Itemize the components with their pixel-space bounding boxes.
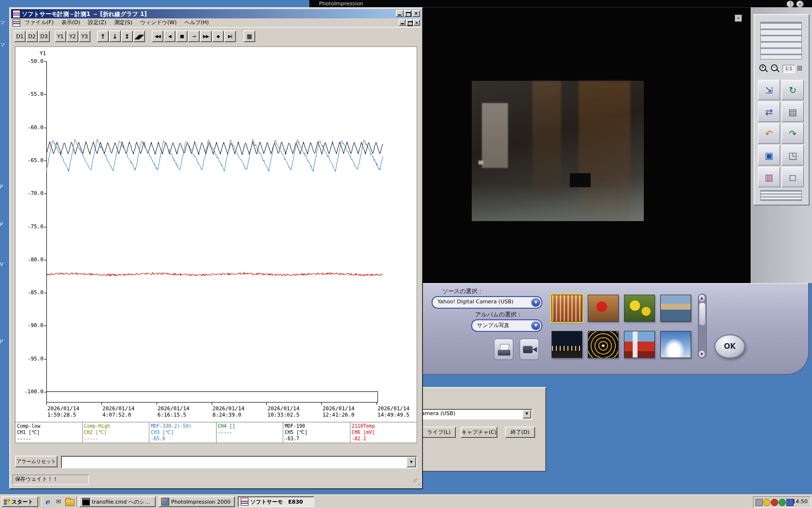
- thumbnail-yellow-flower[interactable]: [624, 295, 655, 322]
- toolbar-nav-button[interactable]: ↓: [109, 30, 121, 42]
- scrollbar-thumb[interactable]: [699, 302, 706, 326]
- menu-item[interactable]: ヘルプ(H): [180, 18, 213, 27]
- scanner-source-button[interactable]: [494, 339, 513, 360]
- mdi-minimize-button[interactable]: [399, 19, 406, 26]
- mdi-child-icon[interactable]: [13, 19, 20, 27]
- channel-cell[interactable]: 2110Temp CH6 [mV] -82.1: [350, 422, 417, 443]
- toolbar-d-button[interactable]: D1: [14, 30, 26, 42]
- channel-cell[interactable]: CH4 [] -----: [217, 422, 284, 443]
- camera-select-dropdown[interactable]: amera (USB) ▼: [419, 409, 532, 419]
- photo-preview[interactable]: [472, 81, 644, 221]
- zoom-out-icon[interactable]: −: [770, 63, 780, 73]
- ok-button[interactable]: OK: [714, 334, 745, 359]
- quicklaunch-ie-icon[interactable]: e: [43, 497, 52, 507]
- desktop-icon-label[interactable]: P: [0, 184, 3, 190]
- tray-icon-4[interactable]: [779, 499, 786, 506]
- toolbar-media-button[interactable]: ◆: [212, 30, 224, 42]
- menu-item[interactable]: 表示(D): [58, 18, 84, 27]
- toolbar-media-button[interactable]: ◀◀: [152, 30, 163, 42]
- resize-grip[interactable]: [413, 478, 420, 485]
- capture-button[interactable]: キャプチャ(C): [461, 427, 497, 438]
- channel-cell[interactable]: Comp-low CH1 [℃] -----: [15, 422, 83, 443]
- alarm-reset-button[interactable]: アラームリセット: [15, 456, 58, 467]
- menu-item[interactable]: ウィンドウ(W): [136, 18, 181, 27]
- pi-tool-button[interactable]: ↻: [782, 80, 804, 100]
- toolbar-media-button[interactable]: ■: [176, 30, 188, 42]
- zoom-page-icon[interactable]: ▤: [797, 64, 802, 71]
- pi-tool-button[interactable]: ▥: [758, 167, 780, 187]
- pi-tool-button[interactable]: ◻: [782, 167, 804, 187]
- toolbar-y-button[interactable]: Y1: [55, 30, 66, 42]
- thumbnail-night-city[interactable]: [551, 331, 582, 358]
- zoom-in-icon[interactable]: +: [758, 63, 768, 73]
- thumbnail-ship[interactable]: [624, 331, 655, 358]
- menu-item[interactable]: ファイル(F): [21, 18, 58, 27]
- thumbnail-harbor[interactable]: [660, 295, 691, 322]
- toolbar-d-button[interactable]: D3: [38, 30, 50, 42]
- desktop-icon-label[interactable]: マ: [0, 42, 5, 49]
- pi-tool-button[interactable]: ↷: [782, 123, 804, 144]
- thumbnail-sky-clouds[interactable]: [660, 331, 691, 358]
- taskbar-task-photoimpression[interactable]: PhotoImpression 2000: [159, 496, 235, 507]
- window-titlebar[interactable]: ソフトサーモ計測－計測1 － [折れ線グラフ 1] ×: [11, 9, 421, 18]
- dropdown-arrow-icon[interactable]: ▼: [406, 457, 416, 467]
- toolbar-nav-button[interactable]: ↑: [97, 30, 109, 42]
- pi-tool-button[interactable]: ▤: [782, 102, 804, 122]
- pi-help-button[interactable]: ?: [786, 0, 794, 8]
- dropdown-arrow-icon[interactable]: ▼: [531, 321, 540, 330]
- channel-cell[interactable]: Comp-High CH2 [℃] -----: [83, 422, 150, 443]
- restore-button[interactable]: [404, 10, 412, 17]
- close-button[interactable]: ×: [412, 10, 420, 17]
- taskbar-task-softthermo[interactable]: ソフトサーモ E830: [238, 496, 314, 507]
- menu-item[interactable]: 測定(S): [110, 18, 136, 27]
- pi-close-button[interactable]: ×: [796, 0, 804, 8]
- thumbnail-scrollbar[interactable]: ▲ ▼: [698, 294, 707, 359]
- channel-cell[interactable]: MDF-190 CH5 [℃] -63.7: [283, 422, 350, 443]
- pi-tool-button[interactable]: ◳: [782, 145, 804, 165]
- tray-icon-1[interactable]: [755, 499, 763, 506]
- desktop-icon-label[interactable]: V: [0, 261, 4, 268]
- toolbar-nav-button[interactable]: ◢◤: [133, 30, 145, 42]
- alarm-combobox[interactable]: ▼: [61, 456, 417, 468]
- exit-button[interactable]: 終了(D): [505, 427, 535, 438]
- scroll-down-arrow-icon[interactable]: ▼: [699, 351, 705, 358]
- start-button[interactable]: スタート: [1, 496, 38, 507]
- toolbar-table-button[interactable]: ▦: [244, 30, 255, 42]
- toolbar-nav-button[interactable]: ↕: [121, 30, 133, 42]
- quicklaunch-folder-icon[interactable]: [65, 499, 74, 506]
- thumbnail-light-trails[interactable]: [588, 331, 619, 358]
- pi-tool-button[interactable]: ⇄: [758, 102, 780, 122]
- canvas-close-icon[interactable]: ×: [735, 15, 742, 22]
- mdi-restore-button[interactable]: [406, 19, 413, 26]
- dropdown-arrow-icon[interactable]: ▼: [531, 298, 540, 307]
- scroll-up-arrow-icon[interactable]: ▲: [699, 295, 705, 301]
- source-select-dropdown[interactable]: Yahoo! Digital Camera (USB) ▼: [432, 296, 542, 309]
- toolbar-y-button[interactable]: Y3: [79, 30, 90, 42]
- album-select-dropdown[interactable]: サンプル写真 ▼: [471, 319, 542, 332]
- desktop-icon-label[interactable]: P: [0, 339, 3, 345]
- thumbnail-cardinal-bird[interactable]: [588, 295, 619, 322]
- x-scroll-box[interactable]: [46, 391, 378, 403]
- minimize-button[interactable]: [396, 10, 404, 17]
- live-button[interactable]: ライブ(L): [422, 427, 456, 438]
- toolbar-d-button[interactable]: D2: [26, 30, 38, 42]
- quicklaunch-mail-icon[interactable]: ✉: [54, 497, 63, 507]
- pi-tool-button[interactable]: ⇲: [758, 80, 780, 100]
- toolbar-media-button[interactable]: ▶▶: [200, 30, 212, 42]
- menu-item[interactable]: 設定(Z): [84, 18, 110, 27]
- pi-tool-button[interactable]: ▣: [758, 145, 780, 165]
- tray-icon-3[interactable]: [771, 499, 778, 506]
- toolbar-media-button[interactable]: →: [188, 30, 200, 42]
- toolbar-media-button[interactable]: ▶|: [224, 30, 236, 42]
- thumbnail-canyon[interactable]: [551, 295, 582, 322]
- toolbar-y-button[interactable]: Y2: [67, 30, 78, 42]
- dropdown-arrow-icon[interactable]: ▼: [522, 410, 531, 418]
- toolbar-media-button[interactable]: ◀: [164, 30, 175, 42]
- camera-source-button[interactable]: [520, 339, 539, 360]
- taskbar-task-transfile[interactable]: transfile.cmd へのショート...: [79, 496, 156, 507]
- tray-icon-2[interactable]: [763, 499, 770, 506]
- channel-cell[interactable]: MDF-330-2(-50) CH3 [℃] -65.6: [149, 422, 217, 443]
- mdi-close-button[interactable]: ×: [413, 19, 420, 26]
- pi-tool-button[interactable]: ↶: [758, 123, 780, 144]
- desktop-icon-label[interactable]: マ: [0, 19, 5, 27]
